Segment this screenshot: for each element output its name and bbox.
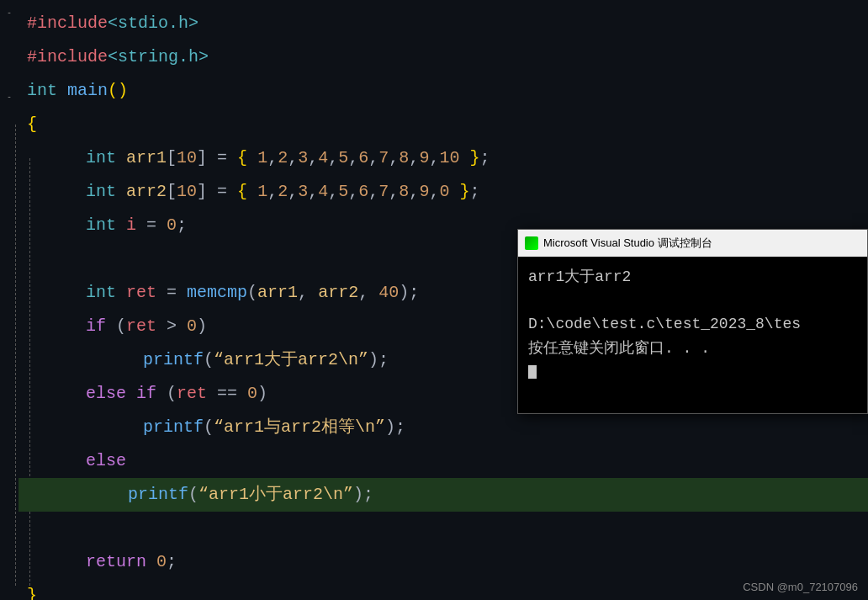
code-line-1: #include<stdio.h> bbox=[19, 7, 868, 40]
code-line-6: int arr2[10] = { 1,2,3,4,5,6,7,8,9,0 }; bbox=[19, 175, 868, 209]
code-line-2: #include<string.h> bbox=[19, 40, 868, 74]
code-line-5: int arr1[10] = { 1,2,3,4,5,6,7,8,9,10 }; bbox=[19, 141, 868, 175]
collapse-btn-include[interactable]: - bbox=[3, 7, 15, 19]
console-body: arr1大于arr2 D:\code\test.c\test_2023_8\te… bbox=[518, 257, 867, 413]
console-output-2: D:\code\test.c\test_2023_8\tes bbox=[528, 312, 857, 337]
watermark: CSDN @m0_72107096 bbox=[743, 581, 858, 593]
code-line-13: printf(“arr1与arr2相等\n”); bbox=[19, 411, 868, 444]
console-title-text: Microsoft Visual Studio 调试控制台 bbox=[543, 236, 712, 251]
code-line-14: else bbox=[19, 444, 868, 478]
code-line-15: printf(“arr1小于arr2\n”); bbox=[19, 478, 868, 512]
console-output-1: arr1大于arr2 bbox=[528, 265, 857, 289]
console-window[interactable]: Microsoft Visual Studio 调试控制台 arr1大于arr2… bbox=[517, 229, 868, 414]
code-line-3: int main() bbox=[19, 74, 868, 108]
console-icon bbox=[525, 236, 538, 250]
indent-line-outer bbox=[15, 125, 16, 586]
console-cursor-line bbox=[528, 361, 857, 384]
console-output-blank bbox=[528, 289, 857, 312]
code-line-18: } bbox=[19, 579, 868, 600]
code-line-17: return 0; bbox=[19, 545, 868, 579]
console-titlebar: Microsoft Visual Studio 调试控制台 bbox=[518, 230, 867, 257]
collapse-btn-main[interactable]: - bbox=[3, 91, 15, 103]
console-output-3: 按任意键关闭此窗口. . . bbox=[528, 337, 857, 361]
code-line-16 bbox=[19, 512, 868, 545]
console-cursor bbox=[528, 365, 537, 379]
code-line-4: { bbox=[19, 108, 868, 141]
code-editor: - - #include<stdio.h> #include<string.h>… bbox=[0, 0, 868, 600]
